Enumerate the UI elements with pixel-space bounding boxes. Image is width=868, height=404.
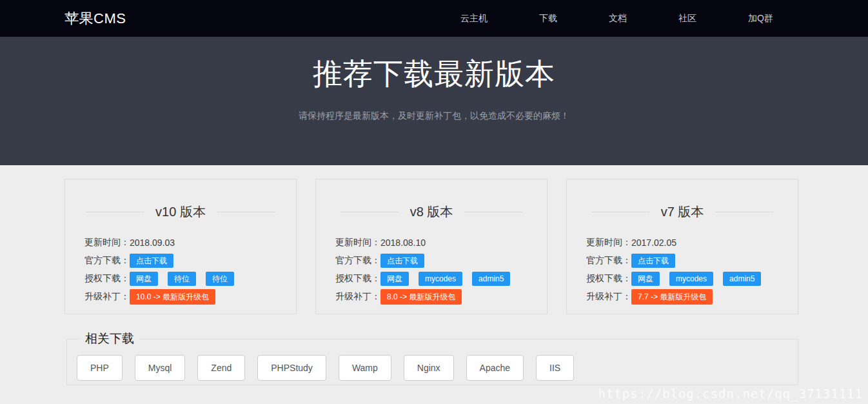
divider-line — [591, 212, 649, 212]
update-time-label: 更新时间： — [586, 237, 631, 248]
nav-link-community[interactable]: 社区 — [678, 13, 696, 25]
official-download-row: 官方下载： 点击下载 — [84, 252, 296, 270]
related-download-nginx[interactable]: Nginx — [404, 355, 454, 381]
nav-link-download[interactable]: 下载 — [539, 13, 557, 25]
auth-download-button-admin5[interactable]: admin5 — [723, 272, 761, 286]
version-title: v10 版本 — [155, 203, 206, 221]
main-content: v10 版本 更新时间： 2018.09.03 官方下载： 点击下载 授权下载：… — [0, 165, 868, 404]
auth-download-button-netdisk[interactable]: 网盘 — [631, 272, 660, 286]
official-download-button[interactable]: 点击下载 — [380, 254, 424, 268]
update-time-label: 更新时间： — [335, 237, 380, 248]
version-title: v7 版本 — [661, 203, 704, 221]
official-download-label: 官方下载： — [586, 255, 631, 267]
patch-download-button[interactable]: 10.0 -> 最新版升级包 — [130, 289, 215, 305]
patch-row: 升级补丁： 10.0 -> 最新版升级包 — [84, 288, 296, 306]
auth-download-label: 授权下载： — [335, 273, 380, 285]
version-title: v8 版本 — [410, 203, 453, 221]
patch-label: 升级补丁： — [586, 291, 631, 303]
official-download-button[interactable]: 点击下载 — [631, 254, 675, 268]
related-download-mysql[interactable]: Mysql — [135, 355, 186, 381]
related-downloads-panel: 相关下载 PHP Mysql Zend PHPStudy Wamp Nginx … — [66, 330, 798, 385]
related-download-wamp[interactable]: Wamp — [339, 355, 391, 381]
update-time-row: 更新时间： 2018.08.10 — [335, 234, 547, 252]
auth-download-label: 授权下载： — [586, 273, 631, 285]
official-download-label: 官方下载： — [84, 255, 130, 267]
patch-row: 升级补丁： 8.0 -> 最新版升级包 — [335, 288, 547, 306]
version-card-v8: v8 版本 更新时间： 2018.08.10 官方下载： 点击下载 授权下载： … — [315, 179, 547, 314]
official-download-label: 官方下载： — [335, 255, 380, 267]
update-time-value: 2018.09.03 — [130, 237, 175, 248]
official-download-row: 官方下载： 点击下载 — [586, 252, 798, 270]
related-download-iis[interactable]: IIS — [536, 355, 574, 381]
patch-download-button[interactable]: 7.7 -> 最新版升级包 — [631, 289, 713, 305]
brand-logo[interactable]: 苹果CMS — [64, 9, 126, 28]
official-download-row: 官方下载： 点击下载 — [335, 252, 547, 270]
related-download-zend[interactable]: Zend — [197, 355, 245, 381]
card-body: 更新时间： 2018.08.10 官方下载： 点击下载 授权下载： 网盘 myc… — [335, 234, 547, 306]
auth-download-button-mycodes[interactable]: mycodes — [419, 272, 462, 286]
version-card-v10: v10 版本 更新时间： 2018.09.03 官方下载： 点击下载 授权下载：… — [64, 179, 297, 314]
card-title-row: v7 版本 — [567, 203, 798, 221]
auth-download-label: 授权下载： — [84, 273, 130, 285]
patch-label: 升级补丁： — [335, 291, 380, 303]
update-time-value: 2018.08.10 — [380, 237, 426, 248]
version-cards: v10 版本 更新时间： 2018.09.03 官方下载： 点击下载 授权下载：… — [0, 165, 868, 314]
auth-download-button-2[interactable]: 待位 — [168, 272, 196, 286]
card-body: 更新时间： 2017.02.05 官方下载： 点击下载 授权下载： 网盘 myc… — [586, 234, 798, 306]
auth-download-button-admin5[interactable]: admin5 — [472, 272, 510, 286]
auth-download-row: 授权下载： 网盘 mycodes admin5 — [335, 270, 547, 288]
update-time-row: 更新时间： 2018.09.03 — [84, 234, 296, 252]
update-time-row: 更新时间： 2017.02.05 — [586, 234, 798, 252]
nav-link-qq-group[interactable]: 加Q群 — [748, 13, 773, 25]
divider-line — [464, 212, 522, 212]
auth-download-button-netdisk[interactable]: 网盘 — [130, 272, 158, 286]
auth-download-button-mycodes[interactable]: mycodes — [669, 272, 713, 286]
divider-line — [86, 212, 144, 212]
top-navbar: 苹果CMS 云主机 下载 文档 社区 加Q群 — [0, 0, 868, 37]
related-download-buttons: PHP Mysql Zend PHPStudy Wamp Nginx Apach… — [77, 355, 798, 381]
hero-banner: 推荐下载最新版本 请保持程序是最新版本，及时更新补丁包，以免造成不必要的麻烦！ — [0, 37, 868, 165]
patch-row: 升级补丁： 7.7 -> 最新版升级包 — [586, 288, 798, 306]
hero-subtitle: 请保持程序是最新版本，及时更新补丁包，以免造成不必要的麻烦！ — [0, 110, 868, 122]
related-downloads-title: 相关下载 — [80, 330, 139, 347]
update-time-label: 更新时间： — [84, 237, 130, 248]
auth-download-row: 授权下载： 网盘 mycodes admin5 — [586, 270, 798, 288]
nav-link-cloud-host[interactable]: 云主机 — [460, 13, 488, 25]
auth-download-button-3[interactable]: 待位 — [206, 272, 234, 286]
related-download-phpstudy[interactable]: PHPStudy — [257, 355, 326, 381]
update-time-value: 2017.02.05 — [631, 237, 676, 248]
official-download-button[interactable]: 点击下载 — [130, 254, 173, 268]
divider-line — [340, 212, 399, 212]
hero-title: 推荐下载最新版本 — [0, 55, 868, 92]
main-nav: 云主机 下载 文档 社区 加Q群 — [460, 13, 773, 25]
card-body: 更新时间： 2018.09.03 官方下载： 点击下载 授权下载： 网盘 待位 … — [84, 234, 296, 306]
auth-download-button-netdisk[interactable]: 网盘 — [380, 272, 409, 286]
related-download-php[interactable]: PHP — [77, 355, 123, 381]
card-title-row: v10 版本 — [65, 203, 296, 221]
card-title-row: v8 版本 — [316, 203, 547, 221]
patch-label: 升级补丁： — [84, 291, 130, 303]
patch-download-button[interactable]: 8.0 -> 最新版升级包 — [380, 289, 462, 305]
divider-line — [217, 212, 275, 212]
related-download-apache[interactable]: Apache — [466, 355, 524, 381]
divider-line — [715, 212, 773, 212]
auth-download-row: 授权下载： 网盘 待位 待位 — [84, 270, 296, 288]
watermark-url: https://blog.csdn.net/qq_37131111 — [598, 387, 863, 401]
nav-link-docs[interactable]: 文档 — [609, 13, 627, 25]
version-card-v7: v7 版本 更新时间： 2017.02.05 官方下载： 点击下载 授权下载： … — [566, 179, 798, 314]
